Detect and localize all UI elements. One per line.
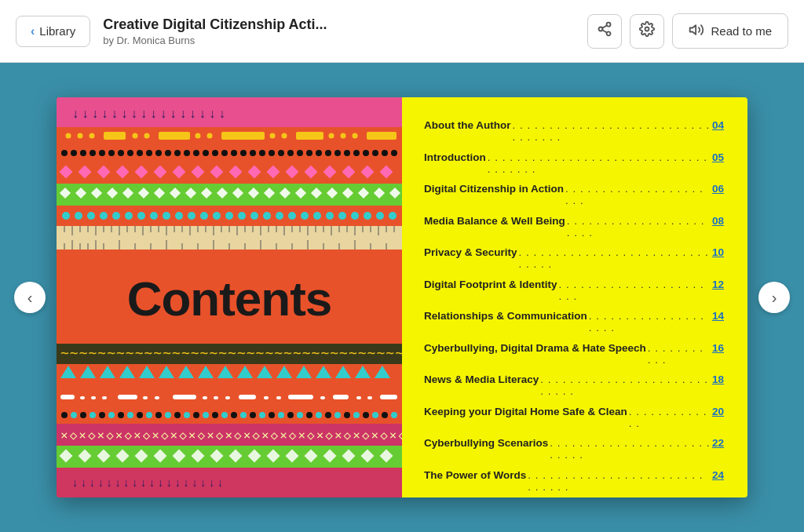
svg-point-252	[108, 412, 115, 418]
back-chevron-icon: ‹	[31, 24, 35, 38]
svg-rect-228	[91, 396, 96, 399]
svg-point-18	[196, 133, 201, 139]
svg-point-115	[150, 212, 158, 220]
toc-item-page[interactable]: 22	[712, 437, 724, 449]
svg-point-47	[231, 150, 237, 156]
svg-point-57	[325, 150, 331, 156]
toc-item-page[interactable]: 18	[712, 373, 724, 385]
svg-rect-240	[288, 395, 313, 399]
toc-item: Keeping your Digital Home Safe & Clean .…	[424, 406, 724, 429]
svg-point-61	[363, 150, 369, 156]
svg-rect-235	[214, 396, 218, 399]
toc-item-page[interactable]: 14	[712, 310, 724, 322]
svg-point-121	[225, 212, 233, 220]
share-button[interactable]	[587, 14, 622, 49]
svg-point-29	[61, 150, 68, 156]
svg-rect-27	[367, 132, 397, 140]
toc-item: Relationships & Communication . . . . . …	[424, 310, 724, 333]
toc-item-page[interactable]: 24	[712, 469, 724, 481]
svg-point-13	[90, 133, 95, 139]
left-page-decoration: ↓ ↓ ↓ ↓ ↓ ↓ ↓ ↓ ↓ ↓ ↓ ↓ ↓ ↓ ↓ ↓	[57, 97, 402, 497]
svg-point-19	[207, 133, 213, 139]
toc-item-page[interactable]: 05	[712, 151, 724, 163]
toc-item-page[interactable]: 08	[712, 215, 724, 227]
svg-rect-227	[80, 396, 85, 399]
svg-point-15	[133, 133, 138, 139]
toc-item-dots: . . . . . . . . . . . . . . . . . . . . …	[550, 437, 711, 461]
svg-rect-238	[264, 396, 269, 399]
svg-point-254	[127, 412, 133, 418]
svg-point-271	[287, 412, 294, 418]
toc-item-page[interactable]: 06	[712, 183, 724, 195]
toc-item: Digital Footprint & Identity . . . . . .…	[424, 279, 724, 302]
left-page: ↓ ↓ ↓ ↓ ↓ ↓ ↓ ↓ ↓ ↓ ↓ ↓ ↓ ↓ ↓ ↓	[57, 97, 402, 497]
svg-marker-6	[690, 25, 696, 35]
svg-point-37	[137, 150, 143, 156]
svg-rect-17	[159, 132, 190, 140]
book-spread: ↓ ↓ ↓ ↓ ↓ ↓ ↓ ↓ ↓ ↓ ↓ ↓ ↓ ↓ ↓ ↓	[57, 97, 747, 497]
next-page-button[interactable]: ›	[758, 282, 790, 313]
toc-item-dots: . . . . . . . . . . . . .	[629, 406, 711, 429]
svg-point-263	[212, 412, 218, 418]
svg-point-258	[165, 412, 171, 418]
svg-point-45	[212, 150, 218, 156]
toc-item: About the Author . . . . . . . . . . . .…	[424, 119, 724, 143]
read-to-me-button[interactable]: Read to me	[672, 13, 788, 49]
toc-item-title: About the Author	[424, 119, 510, 131]
svg-point-280	[372, 412, 378, 418]
toc-item-dots: . . . . . . . . . . . . . . . . . . . . …	[565, 183, 711, 206]
svg-rect-234	[203, 396, 207, 399]
svg-point-126	[288, 212, 296, 220]
svg-point-111	[100, 212, 108, 220]
svg-point-50	[259, 150, 265, 156]
right-page: About the Author . . . . . . . . . . . .…	[402, 97, 747, 497]
toc-item-title: Cyberbullying Scenarios	[424, 437, 548, 449]
library-button[interactable]: ‹ Library	[16, 16, 90, 47]
svg-rect-230	[118, 395, 137, 399]
svg-point-48	[240, 150, 247, 156]
toc-item-title: Media Balance & Well Being	[424, 215, 565, 227]
toc-item-title: Relationships & Communication	[424, 310, 587, 322]
right-arrow-icon: ›	[772, 289, 777, 307]
svg-point-124	[263, 212, 271, 220]
svg-point-278	[353, 412, 360, 418]
toc-item: Digital Citizenship in Action . . . . . …	[424, 183, 724, 206]
toc-item: Introduction . . . . . . . . . . . . . .…	[424, 151, 724, 175]
toc-item-page[interactable]: 20	[712, 406, 724, 417]
svg-point-52	[278, 150, 284, 156]
toc-item-title: News & Media Literacy	[424, 373, 539, 385]
svg-rect-23	[296, 132, 323, 140]
svg-point-130	[338, 212, 346, 220]
svg-rect-243	[356, 396, 361, 399]
book-title: Creative Digital Citizenship Acti...	[103, 16, 575, 34]
toolbar-actions: Read to me	[587, 13, 788, 49]
toc-item-page[interactable]: 10	[712, 246, 724, 258]
toc-item-page[interactable]: 04	[712, 119, 724, 131]
svg-rect-244	[367, 396, 372, 399]
svg-point-118	[188, 212, 196, 220]
toc-item: Media Balance & Well Being . . . . . . .…	[424, 215, 724, 239]
svg-point-133	[376, 212, 384, 220]
svg-point-272	[297, 412, 303, 418]
svg-point-265	[231, 412, 237, 418]
svg-point-281	[382, 412, 388, 418]
svg-point-25	[341, 133, 346, 139]
toc-item-page[interactable]: 16	[712, 342, 724, 354]
svg-point-250	[90, 412, 96, 418]
toc-item-dots: . . . . . . . . . . . . . . . . . . . . …	[519, 246, 711, 270]
svg-point-119	[200, 212, 208, 220]
toc-item: Cyberbullying Scenarios . . . . . . . . …	[424, 437, 724, 461]
toc-item-dots: . . . . . . . . . . . . . . . . . . . . …	[558, 279, 710, 302]
settings-button[interactable]	[630, 14, 664, 49]
svg-point-58	[334, 150, 341, 156]
prev-page-button[interactable]: ‹	[14, 282, 46, 313]
svg-text:×◇×◇×◇×◇×◇×◇×◇×◇×◇×◇×◇×◇×◇×◇×◇: ×◇×◇×◇×◇×◇×◇×◇×◇×◇×◇×◇×◇×◇×◇×◇×◇×◇×◇×◇×◇	[60, 428, 402, 443]
svg-point-108	[62, 212, 70, 220]
title-block: Creative Digital Citizenship Acti... by …	[103, 16, 575, 46]
svg-text:↓ ↓ ↓ ↓ ↓ ↓ ↓ ↓ ↓ ↓ ↓ ↓ ↓ ↓ ↓ : ↓ ↓ ↓ ↓ ↓ ↓ ↓ ↓ ↓ ↓ ↓ ↓ ↓ ↓ ↓ ↓ ↓ ↓	[72, 476, 223, 489]
toc-item-page[interactable]: 12	[712, 279, 724, 290]
gear-icon	[639, 21, 655, 41]
svg-point-266	[240, 412, 247, 418]
svg-point-11	[66, 133, 71, 139]
svg-point-64	[391, 150, 397, 156]
